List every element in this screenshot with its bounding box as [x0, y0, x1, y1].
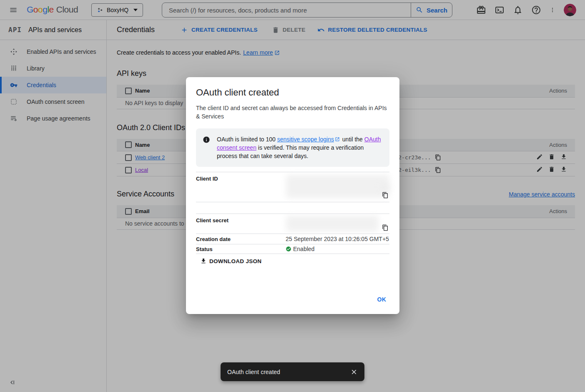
redacted-client-id — [379, 184, 390, 191]
external-link-icon — [335, 137, 340, 142]
copy-icon[interactable] — [382, 224, 389, 231]
download-json-button[interactable]: DOWNLOAD JSON — [200, 258, 261, 264]
close-icon[interactable] — [350, 368, 358, 376]
spacer-row — [196, 202, 389, 214]
oauth-limit-notice: OAuth is limited to 100 sensitive scope … — [196, 128, 389, 167]
creation-date-row: Creation date 25 September 2023 at 10:26… — [196, 234, 389, 244]
download-icon — [200, 258, 207, 264]
client-id-label: Client ID — [196, 176, 286, 202]
credential-fields: Client ID Client secret Creation date 25… — [196, 172, 389, 254]
check-circle-icon — [286, 246, 291, 252]
copy-icon[interactable] — [382, 192, 389, 199]
client-secret-row: Client secret — [196, 214, 389, 234]
creation-date-value: 25 September 2023 at 10:26:05 GMT+5 — [286, 236, 389, 242]
status-row: Status Enabled — [196, 244, 389, 254]
client-id-row: Client ID — [196, 172, 389, 202]
client-secret-label: Client secret — [196, 217, 286, 234]
ok-button[interactable]: OK — [374, 293, 390, 306]
creation-date-label: Creation date — [196, 236, 286, 242]
notice-text: OAuth is limited to 100 sensitive scope … — [217, 135, 383, 160]
dialog-subtitle: The client ID and secret can always be a… — [196, 104, 389, 121]
notice-part: until the — [341, 136, 364, 143]
status-value: Enabled — [293, 246, 314, 252]
info-icon — [203, 136, 210, 143]
sensitive-scope-logins-link[interactable]: sensitive scope logins — [277, 136, 334, 143]
oauth-created-dialog: OAuth client created The client ID and s… — [186, 77, 399, 314]
redacted-client-secret — [286, 216, 379, 231]
status-label: Status — [196, 246, 286, 252]
redacted-client-id — [286, 175, 389, 198]
notice-part: OAuth is limited to 100 — [217, 136, 277, 143]
dialog-title: OAuth client created — [196, 87, 389, 98]
download-json-label: DOWNLOAD JSON — [209, 258, 261, 264]
snackbar-message: OAuth client created — [227, 369, 280, 375]
snackbar: OAuth client created — [221, 362, 364, 381]
